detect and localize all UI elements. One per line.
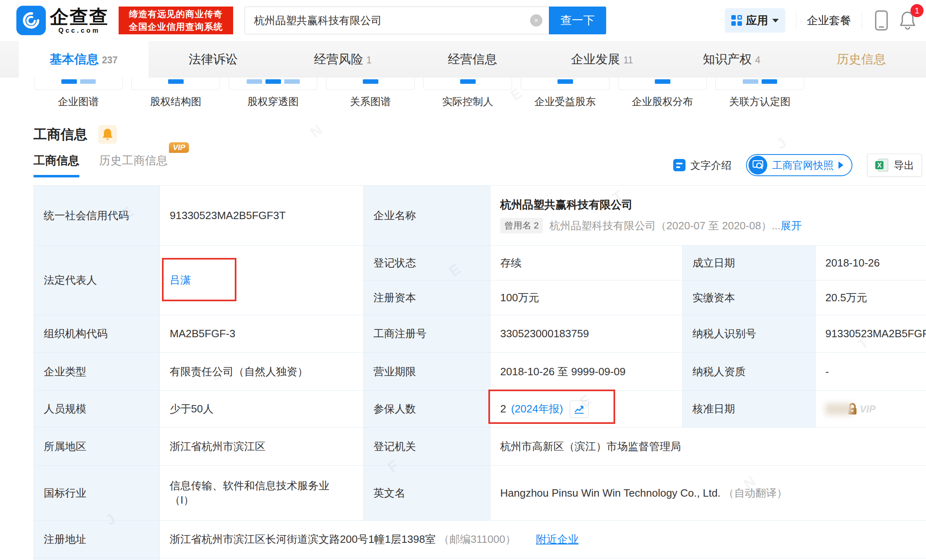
- thumbnail: [715, 78, 804, 90]
- snapshot-screen-icon: [748, 156, 767, 175]
- subtab-label: 历史工商信息: [99, 154, 168, 167]
- taxpayer-id-label: 纳税人识别号: [683, 315, 816, 353]
- insured-cell: 2 (2024年报): [490, 391, 683, 428]
- legal-rep-link[interactable]: 吕潇: [170, 274, 191, 286]
- official-snapshot-button[interactable]: 工商官网快照: [746, 154, 852, 176]
- english-name: Hangzhou Pinsu Win Win Technology Co., L…: [500, 487, 721, 499]
- apps-menu-button[interactable]: 应用: [725, 8, 785, 33]
- region-value: 浙江省杭州市滨江区: [160, 428, 364, 466]
- tab-label: 知识产权: [703, 51, 752, 68]
- shortcut-relationship-graph[interactable]: 关系图谱: [326, 78, 415, 108]
- shortcut-equity-penetration[interactable]: 股权穿透图: [229, 78, 317, 108]
- industry-line1: 信息传输、软件和信息技术服务业: [170, 479, 353, 493]
- status-value: 存续: [490, 246, 683, 280]
- shortcut-related-party-graph[interactable]: 关联方认定图: [715, 78, 804, 108]
- clear-search-icon[interactable]: ×: [530, 14, 542, 27]
- tab-company-development[interactable]: 企业发展 11: [537, 41, 667, 78]
- shortcut-label: 关系图谱: [326, 95, 415, 108]
- mobile-app-icon[interactable]: [874, 10, 888, 31]
- qcc-logo-icon: [16, 6, 46, 35]
- org-code-value: MA2B5FGF-3: [160, 315, 364, 353]
- tab-basic-info[interactable]: 基本信息 237: [19, 41, 148, 78]
- search-button[interactable]: 查一下: [549, 7, 606, 34]
- tab-count: 237: [102, 55, 117, 66]
- credit-code-label: 统一社会信用代码: [34, 186, 160, 246]
- region-label: 所属地区: [34, 428, 160, 466]
- company-name-label: 企业名称: [364, 186, 490, 246]
- thumbnail: [521, 78, 609, 90]
- snapshot-label: 工商官网快照: [772, 159, 834, 172]
- company-name: 杭州品塑共赢科技有限公司: [500, 197, 926, 212]
- former-name: 杭州品塑科技有限公司（2020-07 至 2020-08）...: [549, 219, 780, 233]
- subtab-history-business-info[interactable]: 历史工商信息 VIP: [99, 153, 168, 177]
- english-name-label: 英文名: [364, 466, 490, 521]
- auto-translate-note: （自动翻译）: [724, 487, 787, 499]
- notification-badge: 1: [910, 4, 924, 17]
- tab-history-info[interactable]: 历史信息: [796, 41, 926, 78]
- reg-no-value: 330523000183759: [490, 315, 683, 353]
- table-row: 注册地址 浙江省杭州市滨江区长河街道滨文路200号1幢1层1398室 （邮编31…: [34, 521, 926, 558]
- subtab-business-info[interactable]: 工商信息: [34, 153, 79, 177]
- annual-report-link[interactable]: (2024年报): [511, 402, 563, 416]
- section-actions: 文字介绍 工商官网快照 X 导出: [673, 154, 922, 177]
- export-button[interactable]: X 导出: [867, 154, 922, 177]
- shortcut-equity-structure[interactable]: 股权结构图: [131, 78, 220, 108]
- monitor-bell-button[interactable]: [98, 125, 117, 144]
- approval-date-cell: VIP: [816, 391, 926, 428]
- shortcut-beneficial-shareholders[interactable]: 企业受益股东: [521, 78, 609, 108]
- qcc-logo[interactable]: 企查查 Qcc.com: [16, 6, 109, 35]
- enterprise-package-link[interactable]: 企业套餐: [807, 13, 851, 28]
- established-value: 2018-10-26: [816, 246, 926, 280]
- tab-intellectual-property[interactable]: 知识产权 4: [667, 41, 796, 78]
- section-title: 工商信息: [34, 125, 88, 144]
- tab-count: 11: [623, 55, 633, 66]
- tab-count: 1: [366, 55, 372, 66]
- thumbnail: [34, 78, 123, 90]
- authority-label: 登记机关: [364, 428, 490, 466]
- tab-label: 经营信息: [448, 51, 497, 68]
- notification-bell-icon[interactable]: 1: [899, 11, 916, 30]
- shortcut-label: 企业图谱: [34, 95, 123, 108]
- tab-count: 4: [755, 55, 760, 66]
- search-input[interactable]: [245, 7, 549, 34]
- shortcut-label: 企业受益股东: [521, 95, 609, 108]
- svg-text:X: X: [877, 162, 882, 169]
- taxpayer-qual-value: -: [816, 353, 926, 391]
- shortcut-actual-controller[interactable]: 实际控制人: [423, 78, 512, 108]
- trend-chart-button[interactable]: [570, 401, 589, 418]
- nearby-companies-link[interactable]: 附近企业: [536, 533, 578, 545]
- diagram-shortcuts: 企业图谱 股权结构图 股权穿透图 关系图谱 实际控制人 企业受益股东 企业股权分…: [0, 78, 926, 108]
- shortcut-equity-distribution[interactable]: 企业股权分布: [618, 78, 707, 108]
- paid-capital-label: 实缴资本: [683, 280, 816, 315]
- blurred-value: [825, 403, 852, 415]
- table-row: 组织机构代码 MA2B5FGF-3 工商注册号 330523000183759 …: [34, 315, 926, 353]
- shortcut-company-graph[interactable]: 企业图谱: [34, 78, 123, 108]
- established-label: 成立日期: [683, 246, 816, 280]
- tab-operation-risk[interactable]: 经营风险 1: [278, 41, 408, 78]
- qcc-logo-text: 企查查 Qcc.com: [50, 7, 109, 34]
- text-intro-button[interactable]: 文字介绍: [673, 159, 731, 172]
- shortcut-label: 实际控制人: [423, 95, 512, 108]
- thumbnail: [423, 78, 512, 90]
- address-label: 注册地址: [34, 521, 160, 558]
- tab-label: 企业发展: [571, 51, 620, 68]
- vip-locked-value[interactable]: VIP: [825, 403, 926, 416]
- text-intro-label: 文字介绍: [690, 159, 731, 172]
- thumbnail: [326, 78, 415, 90]
- tab-label: 历史信息: [837, 51, 886, 68]
- business-info-section-head: 工商信息: [34, 125, 926, 144]
- shortcut-label: 关联方认定图: [715, 95, 804, 108]
- tab-legal-litigation[interactable]: 法律诉讼: [148, 41, 278, 78]
- expand-link[interactable]: 展开: [780, 219, 802, 233]
- credit-code-value: 91330523MA2B5FGF3T: [160, 186, 364, 246]
- search-bar: × 查一下: [245, 7, 606, 34]
- company-type-value: 有限责任公司（自然人独资）: [160, 353, 364, 391]
- shortcut-label: 企业股权分布: [618, 95, 707, 108]
- table-row: 国标行业 信息传输、软件和信息技术服务业 （I） 英文名 Hangzhou Pi…: [34, 466, 926, 521]
- approval-date-label: 核准日期: [683, 391, 816, 428]
- apps-grid-icon: [731, 15, 742, 26]
- company-name-cell: 杭州品塑共赢科技有限公司 曾用名 2 杭州品塑科技有限公司（2020-07 至 …: [490, 186, 926, 246]
- reg-capital-value: 100万元: [490, 280, 683, 315]
- authority-value: 杭州市高新区（滨江）市场监督管理局: [490, 428, 926, 466]
- tab-operation-info[interactable]: 经营信息: [408, 41, 537, 78]
